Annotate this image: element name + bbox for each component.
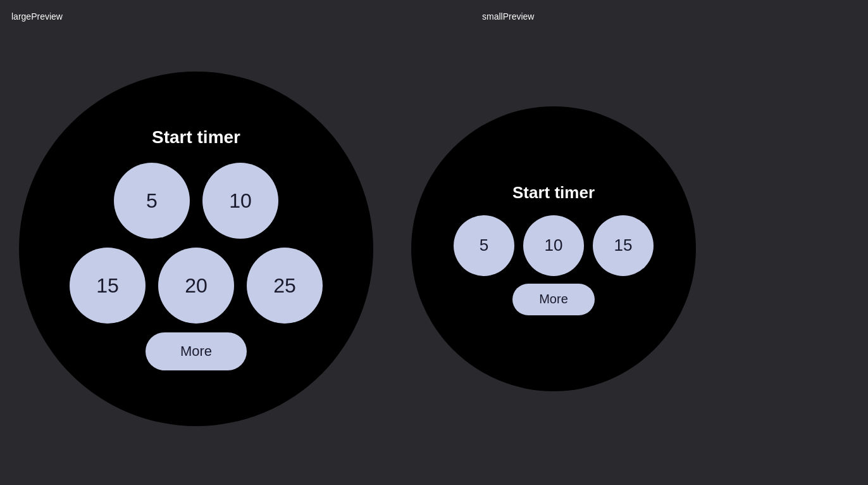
- small-watch-title: Start timer: [512, 183, 595, 203]
- large-watch-title: Start timer: [152, 127, 240, 148]
- large-timer-btn-15[interactable]: 15: [70, 248, 146, 324]
- large-more-row: More: [146, 332, 247, 370]
- large-preview-label: largePreview: [11, 11, 63, 22]
- large-more-button[interactable]: More: [146, 332, 247, 370]
- small-watch-face: Start timer 5 10 15 More: [411, 106, 696, 391]
- large-timer-btn-10[interactable]: 10: [202, 163, 278, 239]
- previews-container: Start timer 5 10 15 20 25 More Start tim…: [0, 0, 868, 485]
- small-timer-btn-5[interactable]: 5: [454, 215, 514, 276]
- large-timer-btn-20[interactable]: 20: [158, 248, 234, 324]
- large-timer-btn-25[interactable]: 25: [247, 248, 323, 324]
- large-timer-btn-5[interactable]: 5: [114, 163, 190, 239]
- small-more-button[interactable]: More: [512, 284, 595, 315]
- small-preview-label: smallPreview: [482, 11, 534, 22]
- large-row-1: 5 10: [114, 163, 278, 239]
- small-timer-btn-10[interactable]: 10: [523, 215, 584, 276]
- large-watch-face: Start timer 5 10 15 20 25 More: [19, 72, 373, 426]
- small-more-row: More: [512, 284, 595, 315]
- large-timer-grid: 5 10 15 20 25 More: [70, 163, 323, 370]
- large-row-2: 15 20 25: [70, 248, 323, 324]
- small-timer-btn-15[interactable]: 15: [593, 215, 654, 276]
- small-row-1: 5 10 15: [454, 215, 654, 276]
- small-timer-grid: 5 10 15 More: [454, 215, 654, 315]
